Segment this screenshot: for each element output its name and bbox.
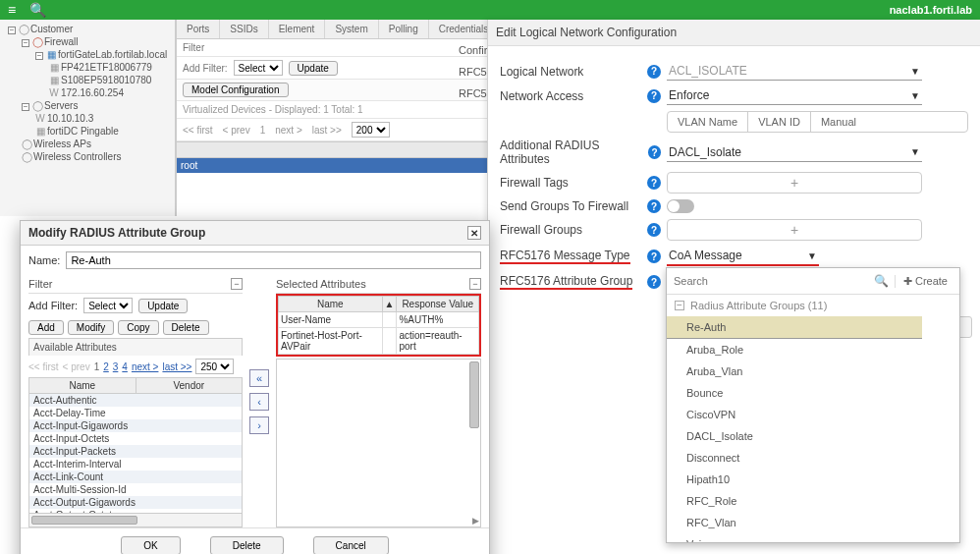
tab-system[interactable]: System [325, 20, 378, 38]
pg-1[interactable]: 1 [260, 125, 266, 136]
hscrollbar[interactable] [28, 514, 243, 527]
vlan-mode-group[interactable]: VLAN Name VLAN ID Manual [667, 111, 968, 133]
foot-cancel-button[interactable]: Cancel [313, 536, 389, 554]
sel-col-resp[interactable]: Response Value [397, 297, 479, 312]
pg-next[interactable]: next > [275, 125, 302, 136]
tab-ssids[interactable]: SSIDs [220, 20, 268, 38]
dropdown-item[interactable]: Hipath10 [667, 469, 959, 490]
help-icon[interactable]: ? [647, 199, 661, 213]
model-config-button[interactable]: Model Configuration [183, 83, 289, 97]
vlan-manual-button[interactable]: Manual [811, 112, 866, 132]
mpg-prev[interactable]: < prev [63, 361, 90, 372]
additional-radius-select[interactable]: DACL_Isolate▼ [667, 143, 922, 162]
tree-dev-0[interactable]: FP421ETF18006779 [61, 62, 152, 73]
dropdown-search-input[interactable] [671, 272, 868, 290]
tree-customer[interactable]: Customer [30, 24, 73, 34]
dropdown-item[interactable]: Disconnect [667, 447, 959, 469]
sel-row-0[interactable]: User-Name%AUTH% [279, 312, 479, 328]
tree-fortigate[interactable]: fortiGateLab.fortilab.local [58, 49, 167, 60]
modal-name-input[interactable] [66, 251, 481, 269]
tree-srv-0[interactable]: 10.10.10.3 [47, 113, 93, 124]
tab-ports[interactable]: Ports [177, 20, 220, 38]
minimize-icon[interactable]: − [469, 278, 481, 290]
update-button[interactable]: Update [289, 61, 338, 76]
move-all-left-button[interactable]: « [249, 369, 269, 387]
help-icon[interactable]: ? [647, 89, 661, 103]
tree-servers[interactable]: Servers [44, 100, 78, 111]
mpg-2[interactable]: 2 [103, 361, 109, 372]
dropdown-item[interactable]: Bounce [667, 382, 959, 404]
pg-size[interactable]: 200 [352, 122, 390, 138]
attr-row[interactable]: Acct-Delay-Time [29, 407, 242, 419]
available-grid[interactable]: Acct-AuthenticAcct-Delay-TimeAcct-Input-… [28, 394, 243, 514]
create-button[interactable]: ✚ Create [895, 275, 955, 288]
attr-row[interactable]: Acct-Multi-Session-Id [29, 483, 242, 496]
firewall-groups-add[interactable]: + [667, 219, 922, 241]
help-icon[interactable]: ? [647, 223, 661, 237]
network-access-select[interactable]: Enforce▼ [667, 86, 922, 105]
mpg-size[interactable]: 250 [195, 359, 234, 374]
attr-row[interactable]: Acct-Interim-Interval [29, 458, 242, 471]
help-icon[interactable]: ? [647, 176, 661, 190]
tab-element[interactable]: Element [269, 20, 326, 38]
dropdown-item[interactable]: CiscoVPN [667, 404, 959, 425]
pg-last[interactable]: last >> [312, 125, 342, 136]
delete-button[interactable]: Delete [163, 320, 209, 335]
sel-col-name[interactable]: Name [279, 297, 383, 312]
col-vendor[interactable]: Vendor [136, 378, 243, 393]
logical-network-select[interactable]: ACL_ISOLATE▼ [667, 62, 922, 81]
attr-row[interactable]: Acct-Input-Octets [29, 432, 242, 445]
attr-row[interactable]: Acct-Input-Gigawords [29, 419, 242, 432]
ok-button[interactable]: OK [121, 536, 180, 554]
mpg-1[interactable]: 1 [94, 361, 100, 372]
vlan-name-button[interactable]: VLAN Name [668, 112, 748, 132]
tree-dev-1[interactable]: S108EP5918010780 [61, 75, 151, 85]
help-icon[interactable]: ? [648, 145, 661, 159]
attr-row[interactable]: Acct-Output-Gigawords [29, 496, 242, 509]
tree-waps[interactable]: Wireless APs [33, 138, 91, 149]
mpg-3[interactable]: 3 [113, 361, 119, 372]
dropdown-item[interactable]: RFC_Role [667, 490, 959, 512]
dropdown-item[interactable]: Voice [667, 533, 959, 542]
modal-update-button[interactable]: Update [138, 299, 188, 313]
pg-first[interactable]: << first [183, 125, 213, 136]
search-icon[interactable]: 🔍 [868, 274, 895, 288]
dropdown-item[interactable]: Aruba_Vlan [667, 360, 959, 382]
help-icon[interactable]: ? [647, 275, 661, 289]
msg-type-select[interactable]: CoA Message▼ [667, 247, 819, 266]
mpg-next[interactable]: next > [132, 361, 159, 372]
firewall-tags-add[interactable]: + [667, 172, 922, 194]
menu-icon[interactable]: ≡ [8, 2, 16, 18]
move-right-button[interactable]: › [249, 416, 269, 434]
dropdown-item[interactable]: Re-Auth [667, 316, 922, 339]
tree-srv-1[interactable]: fortiDC Pingable [47, 126, 119, 137]
tree-dev-2[interactable]: 172.16.60.254 [61, 87, 124, 98]
help-icon[interactable]: ? [647, 249, 661, 263]
copy-button[interactable]: Copy [118, 320, 158, 335]
dropdown-item[interactable]: Aruba_Role [667, 339, 959, 360]
sel-row-1[interactable]: Fortinet-Host-Port-AVPairaction=reauth-p… [279, 328, 479, 355]
tree-firewall[interactable]: Firewall [44, 36, 78, 47]
dropdown-item[interactable]: DACL_Isolate [667, 425, 959, 447]
foot-delete-button[interactable]: Delete [210, 536, 284, 554]
dropdown-group-header[interactable]: −Radius Attribute Groups (11) [667, 295, 959, 316]
vlan-id-button[interactable]: VLAN ID [748, 112, 811, 132]
mpg-last[interactable]: last >> [162, 361, 191, 372]
addfilter-select[interactable]: Select [234, 60, 283, 76]
nav-tree[interactable]: −◯Customer −◯Firewall −▦fortiGateLab.for… [0, 20, 176, 216]
send-groups-toggle[interactable] [667, 199, 694, 213]
close-icon[interactable]: ✕ [467, 226, 481, 240]
minimize-icon[interactable]: − [231, 278, 243, 290]
move-left-button[interactable]: ‹ [249, 393, 269, 411]
dropdown-item[interactable]: RFC_Vlan [667, 512, 959, 533]
modify-button[interactable]: Modify [68, 320, 114, 335]
col-name[interactable]: Name [29, 378, 136, 393]
pg-prev[interactable]: < prev [223, 125, 250, 136]
attr-row[interactable]: Acct-Authentic [29, 394, 242, 407]
selected-body[interactable]: ▶ [276, 359, 481, 527]
tab-polling[interactable]: Polling [379, 20, 429, 38]
attr-row[interactable]: Acct-Input-Packets [29, 445, 242, 458]
help-icon[interactable]: ? [647, 65, 661, 79]
mpg-first[interactable]: << first [28, 361, 59, 372]
attr-row[interactable]: Acct-Link-Count [29, 471, 242, 483]
